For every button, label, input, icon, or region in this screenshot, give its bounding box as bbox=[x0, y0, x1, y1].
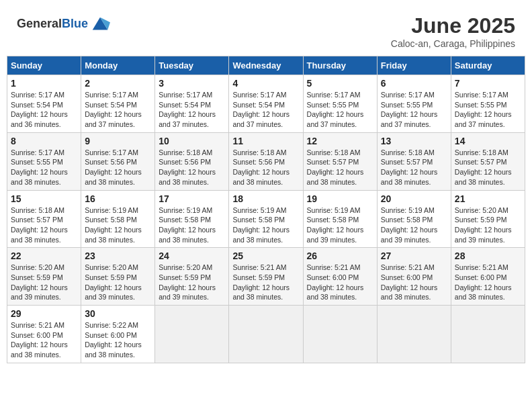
day-info: Sunrise: 5:21 AM Sunset: 6:00 PM Dayligh… bbox=[11, 320, 77, 360]
day-number: 6 bbox=[381, 78, 447, 89]
day-number: 5 bbox=[307, 78, 373, 89]
day-number: 12 bbox=[307, 136, 373, 146]
day-info: Sunrise: 5:18 AM Sunset: 5:57 PM Dayligh… bbox=[11, 205, 77, 245]
day-info: Sunrise: 5:17 AM Sunset: 5:54 PM Dayligh… bbox=[232, 90, 299, 130]
calendar-cell: 27 Sunrise: 5:21 AM Sunset: 6:00 PM Dayl… bbox=[377, 248, 451, 306]
weekday-header-monday: Monday bbox=[81, 56, 155, 75]
title-section: June 2025 Caloc-an, Caraga, Philippines bbox=[391, 13, 515, 49]
day-number: 17 bbox=[159, 193, 225, 204]
day-number: 26 bbox=[307, 250, 373, 261]
calendar-cell: 6 Sunrise: 5:17 AM Sunset: 5:55 PM Dayli… bbox=[377, 75, 451, 133]
month-title: June 2025 bbox=[391, 13, 515, 38]
day-number: 18 bbox=[232, 193, 299, 204]
weekday-header-tuesday: Tuesday bbox=[155, 56, 229, 75]
day-info: Sunrise: 5:17 AM Sunset: 5:54 PM Dayligh… bbox=[11, 90, 77, 130]
calendar-cell: 18 Sunrise: 5:19 AM Sunset: 5:58 PM Dayl… bbox=[229, 190, 303, 248]
calendar-cell: 7 Sunrise: 5:17 AM Sunset: 5:55 PM Dayli… bbox=[451, 75, 525, 133]
day-number: 29 bbox=[11, 308, 77, 319]
day-info: Sunrise: 5:21 AM Sunset: 5:59 PM Dayligh… bbox=[232, 263, 299, 302]
calendar-header-row: SundayMondayTuesdayWednesdayThursdayFrid… bbox=[7, 56, 525, 75]
day-info: Sunrise: 5:22 AM Sunset: 6:00 PM Dayligh… bbox=[85, 320, 151, 360]
weekday-header-saturday: Saturday bbox=[451, 56, 525, 75]
calendar-cell: 15 Sunrise: 5:18 AM Sunset: 5:57 PM Dayl… bbox=[7, 190, 81, 248]
day-info: Sunrise: 5:21 AM Sunset: 6:00 PM Dayligh… bbox=[307, 263, 373, 302]
day-info: Sunrise: 5:18 AM Sunset: 5:57 PM Dayligh… bbox=[381, 148, 447, 187]
calendar-cell: 22 Sunrise: 5:20 AM Sunset: 5:59 PM Dayl… bbox=[7, 248, 81, 306]
day-number: 8 bbox=[11, 136, 77, 146]
calendar-cell: 14 Sunrise: 5:18 AM Sunset: 5:57 PM Dayl… bbox=[451, 132, 525, 190]
day-number: 4 bbox=[232, 78, 299, 89]
calendar-cell: 3 Sunrise: 5:17 AM Sunset: 5:54 PM Dayli… bbox=[155, 75, 229, 133]
logo-blue: Blue bbox=[62, 17, 88, 30]
day-info: Sunrise: 5:17 AM Sunset: 5:54 PM Dayligh… bbox=[85, 90, 151, 130]
weekday-header-thursday: Thursday bbox=[303, 56, 377, 75]
day-info: Sunrise: 5:17 AM Sunset: 5:55 PM Dayligh… bbox=[307, 90, 373, 130]
weekday-header-wednesday: Wednesday bbox=[229, 56, 303, 75]
calendar-cell: 28 Sunrise: 5:21 AM Sunset: 6:00 PM Dayl… bbox=[451, 248, 525, 306]
calendar-cell: 2 Sunrise: 5:17 AM Sunset: 5:54 PM Dayli… bbox=[81, 75, 155, 133]
day-info: Sunrise: 5:19 AM Sunset: 5:58 PM Dayligh… bbox=[159, 205, 225, 245]
day-info: Sunrise: 5:17 AM Sunset: 5:55 PM Dayligh… bbox=[455, 90, 521, 130]
day-number: 10 bbox=[159, 136, 225, 146]
day-number: 11 bbox=[232, 136, 299, 146]
day-info: Sunrise: 5:19 AM Sunset: 5:58 PM Dayligh… bbox=[381, 205, 447, 245]
day-number: 9 bbox=[85, 136, 151, 146]
day-info: Sunrise: 5:19 AM Sunset: 5:58 PM Dayligh… bbox=[307, 205, 373, 245]
calendar-cell: 10 Sunrise: 5:18 AM Sunset: 5:56 PM Dayl… bbox=[155, 132, 229, 190]
calendar-cell: 20 Sunrise: 5:19 AM Sunset: 5:58 PM Dayl… bbox=[377, 190, 451, 248]
calendar-cell: 1 Sunrise: 5:17 AM Sunset: 5:54 PM Dayli… bbox=[7, 75, 81, 133]
day-number: 19 bbox=[307, 193, 373, 204]
day-info: Sunrise: 5:18 AM Sunset: 5:56 PM Dayligh… bbox=[159, 148, 225, 187]
weekday-header-sunday: Sunday bbox=[7, 56, 81, 75]
day-number: 23 bbox=[85, 250, 151, 261]
page-header: GeneralBlue June 2025 Caloc-an, Caraga, … bbox=[7, 7, 525, 52]
day-info: Sunrise: 5:20 AM Sunset: 5:59 PM Dayligh… bbox=[11, 263, 77, 302]
day-info: Sunrise: 5:21 AM Sunset: 6:00 PM Dayligh… bbox=[381, 263, 447, 302]
location-subtitle: Caloc-an, Caraga, Philippines bbox=[391, 38, 515, 49]
calendar-cell: 23 Sunrise: 5:20 AM Sunset: 5:59 PM Dayl… bbox=[81, 248, 155, 306]
day-number: 3 bbox=[159, 78, 225, 89]
calendar-week-5: 29 Sunrise: 5:21 AM Sunset: 6:00 PM Dayl… bbox=[7, 306, 525, 363]
day-info: Sunrise: 5:18 AM Sunset: 5:56 PM Dayligh… bbox=[232, 148, 299, 187]
calendar-table: SundayMondayTuesdayWednesdayThursdayFrid… bbox=[7, 56, 525, 363]
calendar-cell: 4 Sunrise: 5:17 AM Sunset: 5:54 PM Dayli… bbox=[229, 75, 303, 133]
logo-icon bbox=[90, 13, 110, 34]
calendar-cell bbox=[155, 306, 229, 363]
calendar-cell bbox=[377, 306, 451, 363]
day-number: 30 bbox=[85, 308, 151, 319]
day-number: 16 bbox=[85, 193, 151, 204]
day-number: 21 bbox=[455, 193, 521, 204]
logo: GeneralBlue bbox=[17, 13, 110, 34]
day-number: 27 bbox=[381, 250, 447, 261]
calendar-cell: 25 Sunrise: 5:21 AM Sunset: 5:59 PM Dayl… bbox=[229, 248, 303, 306]
weekday-header-friday: Friday bbox=[377, 56, 451, 75]
day-number: 15 bbox=[11, 193, 77, 204]
logo-general: General bbox=[17, 17, 62, 30]
calendar-week-1: 1 Sunrise: 5:17 AM Sunset: 5:54 PM Dayli… bbox=[7, 75, 525, 133]
calendar-cell: 11 Sunrise: 5:18 AM Sunset: 5:56 PM Dayl… bbox=[229, 132, 303, 190]
day-number: 14 bbox=[455, 136, 521, 146]
day-info: Sunrise: 5:19 AM Sunset: 5:58 PM Dayligh… bbox=[85, 205, 151, 245]
logo-text: GeneralBlue bbox=[17, 17, 88, 31]
day-number: 13 bbox=[381, 136, 447, 146]
calendar-cell bbox=[303, 306, 377, 363]
calendar-cell: 13 Sunrise: 5:18 AM Sunset: 5:57 PM Dayl… bbox=[377, 132, 451, 190]
calendar-cell: 8 Sunrise: 5:17 AM Sunset: 5:55 PM Dayli… bbox=[7, 132, 81, 190]
day-info: Sunrise: 5:20 AM Sunset: 5:59 PM Dayligh… bbox=[159, 263, 225, 302]
day-info: Sunrise: 5:21 AM Sunset: 6:00 PM Dayligh… bbox=[455, 263, 521, 302]
calendar-cell: 12 Sunrise: 5:18 AM Sunset: 5:57 PM Dayl… bbox=[303, 132, 377, 190]
calendar-cell: 9 Sunrise: 5:17 AM Sunset: 5:56 PM Dayli… bbox=[81, 132, 155, 190]
day-number: 28 bbox=[455, 250, 521, 261]
day-number: 24 bbox=[159, 250, 225, 261]
calendar-cell: 24 Sunrise: 5:20 AM Sunset: 5:59 PM Dayl… bbox=[155, 248, 229, 306]
day-info: Sunrise: 5:18 AM Sunset: 5:57 PM Dayligh… bbox=[455, 148, 521, 187]
day-number: 20 bbox=[381, 193, 447, 204]
calendar-cell: 19 Sunrise: 5:19 AM Sunset: 5:58 PM Dayl… bbox=[303, 190, 377, 248]
calendar-cell bbox=[229, 306, 303, 363]
day-info: Sunrise: 5:20 AM Sunset: 5:59 PM Dayligh… bbox=[455, 205, 521, 245]
calendar-week-3: 15 Sunrise: 5:18 AM Sunset: 5:57 PM Dayl… bbox=[7, 190, 525, 248]
calendar-cell: 17 Sunrise: 5:19 AM Sunset: 5:58 PM Dayl… bbox=[155, 190, 229, 248]
calendar-cell: 29 Sunrise: 5:21 AM Sunset: 6:00 PM Dayl… bbox=[7, 306, 81, 363]
calendar-week-4: 22 Sunrise: 5:20 AM Sunset: 5:59 PM Dayl… bbox=[7, 248, 525, 306]
day-number: 7 bbox=[455, 78, 521, 89]
